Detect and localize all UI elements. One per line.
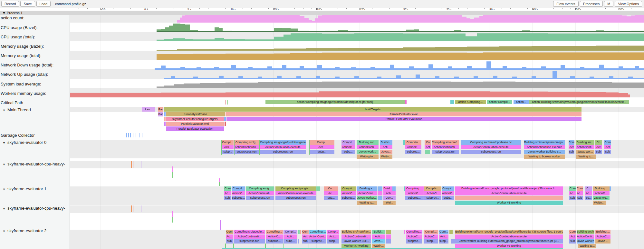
skyframe-evaluator-1-event[interactable] xyxy=(378,196,382,200)
skyframe-evaluator-2-event[interactable]: ActionC... xyxy=(406,234,422,239)
main-thread-event[interactable]: ParallelEvaluator.eval xyxy=(226,112,582,116)
skyframe-evaluator-1-event[interactable]: ActionC... xyxy=(424,191,441,196)
skyframe-evaluator-1-event[interactable]: Compil... xyxy=(442,186,454,191)
critical-path-event[interactable]: action 'Compiling... xyxy=(455,100,486,104)
gc-event-tick[interactable] xyxy=(128,133,129,137)
skyframe-evaluator-1-event[interactable]: Compil... xyxy=(232,186,245,191)
flow-events-button[interactable]: Flow events xyxy=(553,1,579,7)
skyframe-evaluator-0-event[interactable]: ActionContinuati... xyxy=(432,145,459,150)
micro-event-tick[interactable] xyxy=(172,217,173,223)
counter-chart-system-load-average[interactable] xyxy=(70,79,644,88)
skyframe-evaluator-0-event[interactable]: subprocess.run xyxy=(461,150,521,154)
skyframe-evaluator-2-event[interactable]: sub xyxy=(569,239,576,244)
skyframe-evaluator-2-event[interactable]: Compiling ... xyxy=(309,230,326,234)
skyframe-evaluator-0-event[interactable]: Waiting to... xyxy=(576,154,596,159)
skyframe-evaluator-1-event[interactable]: subprocess.run xyxy=(246,196,274,200)
save-button[interactable]: Save xyxy=(20,1,35,7)
gc-event-tick[interactable] xyxy=(126,133,127,137)
skyframe-evaluator-0-event[interactable]: Javac wor... xyxy=(576,150,594,154)
skyframe-evaluator-2-event[interactable]: ActionC... xyxy=(424,234,438,239)
micro-event-tick[interactable] xyxy=(141,161,141,168)
skyframe-evaluator-1-event[interactable] xyxy=(316,186,320,191)
skyframe-evaluator-2-event[interactable]: sub xyxy=(302,239,309,244)
skyframe-evaluator-1-event[interactable]: sub xyxy=(569,196,576,200)
micro-event-tick[interactable] xyxy=(133,161,133,168)
skyframe-evaluator-1-event[interactable]: ActionConti... xyxy=(357,191,377,196)
metrics-button[interactable]: M xyxy=(604,1,613,7)
skyframe-evaluator-2-event[interactable]: Buildi... xyxy=(372,230,385,234)
critical-path-event[interactable]: action 'Compili... xyxy=(487,100,512,104)
process-header[interactable]: ▼ Process 1 xyxy=(0,11,644,15)
skyframe-evaluator-0-event[interactable]: Comp... xyxy=(310,140,334,145)
skyframe-evaluator-1-event[interactable]: subprocess.run xyxy=(275,196,316,200)
skyframe-evaluator-0-event[interactable]: Building src... xyxy=(576,140,594,145)
micro-event-tick[interactable] xyxy=(144,205,144,212)
skyframe-evaluator-0-event[interactable]: Compil... xyxy=(341,140,355,145)
main-thread-event[interactable]: Par xyxy=(158,107,163,112)
skyframe-evaluator-0-event[interactable]: Compiling src/g... xyxy=(235,140,259,145)
skyframe-evaluator-2-event[interactable] xyxy=(386,230,391,234)
micro-event-tick[interactable] xyxy=(234,140,235,155)
skyframe-evaluator-1-event[interactable]: Wai... xyxy=(383,201,396,205)
skyframe-evaluator-1-event[interactable]: Compiling ... xyxy=(405,186,424,191)
main-thread-event[interactable]: ParallelEvaluator.eval xyxy=(166,122,224,126)
skyframe-evaluator-2-event[interactable]: ActionConti... xyxy=(309,234,326,239)
skyframe-evaluator-2-event[interactable] xyxy=(386,239,391,244)
skyframe-evaluator-2-event[interactable] xyxy=(404,230,405,234)
skyframe-evaluator-2-event[interactable]: subp... xyxy=(439,239,448,244)
skyframe-evaluator-2-event[interactable] xyxy=(298,239,299,244)
skyframe-evaluator-0-event[interactable]: Act xyxy=(425,145,431,150)
skyframe-evaluator-1-event[interactable] xyxy=(378,191,382,196)
skyframe-evaluator-0-event[interactable]: ActionContinuation.execute xyxy=(524,145,565,150)
skyframe-evaluator-2-event[interactable]: subp... xyxy=(284,239,297,244)
critical-path-event[interactable]: action... xyxy=(514,100,529,104)
skyframe-evaluator-2-event[interactable]: Acti... xyxy=(439,234,448,239)
main-thread-event[interactable]: Parallel Evaluator evaluation xyxy=(166,126,224,131)
skyframe-evaluator-0-event[interactable]: ActionC... xyxy=(341,145,355,150)
skyframe-evaluator-1-event[interactable]: Building external/com_google_protobuf/ja… xyxy=(455,186,563,191)
skyframe-evaluator-2-event[interactable]: Javac worker Building external/com_googl… xyxy=(455,239,563,244)
skyframe-evaluator-2-event[interactable]: Compi... xyxy=(284,230,297,234)
gc-event-tick[interactable] xyxy=(142,133,142,137)
skyframe-evaluator-1-event[interactable]: Com xyxy=(224,186,231,191)
skyframe-evaluator-1-event[interactable]: Ac... xyxy=(577,191,583,196)
skyframe-evaluator-0-event[interactable]: Compilin... xyxy=(405,140,421,145)
skyframe-evaluator-1-event[interactable]: Compilin... xyxy=(424,186,441,191)
micro-event-tick[interactable] xyxy=(221,140,222,155)
skyframe-evaluator-2-event[interactable]: Ac... xyxy=(226,234,233,239)
skyframe-evaluator-2-event[interactable]: Compiling src/google... xyxy=(234,230,265,234)
critical-path-tick[interactable] xyxy=(227,100,228,105)
counter-chart-cpu-usage-bazel[interactable] xyxy=(70,23,644,32)
skyframe-evaluator-2-event[interactable]: Building src/main/jav... xyxy=(341,230,371,234)
skyframe-evaluator-0-event[interactable]: ActionContinuation.execute xyxy=(260,145,306,150)
skyframe-evaluator-0-event[interactable]: Acti... xyxy=(380,145,392,150)
micro-event-tick[interactable] xyxy=(265,244,266,248)
skyframe-evaluator-1-event[interactable]: ActionC... xyxy=(341,191,356,196)
view-options-button[interactable]: View Options xyxy=(615,1,642,7)
skyframe-evaluator-2-event[interactable]: Compiling... xyxy=(266,230,283,234)
skyframe-evaluator-0-event[interactable]: Compiling src/main/cpp/blaze.cc xyxy=(461,140,521,145)
main-thread-event[interactable]: runAnalysisPhase xyxy=(166,112,225,116)
skyframe-evaluator-2-event[interactable]: Javac worker Buil... xyxy=(341,239,371,244)
micro-event-tick[interactable] xyxy=(219,182,220,186)
skyframe-evaluator-0-event[interactable]: Com xyxy=(569,140,574,145)
micro-event-tick[interactable] xyxy=(131,205,132,212)
skyframe-evaluator-1-event[interactable]: Building s... xyxy=(357,186,377,191)
skyframe-evaluator-2-event[interactable]: sub xyxy=(226,239,233,244)
skyframe-evaluator-0-event[interactable]: ActionConti... xyxy=(357,145,379,150)
processes-button[interactable]: Processes xyxy=(580,1,603,7)
skyframe-evaluator-0-event[interactable]: Buildin... xyxy=(380,140,392,145)
skyframe-evaluator-0-event[interactable]: ActionC... xyxy=(405,145,421,150)
skyframe-evaluator-2-event[interactable]: Act xyxy=(302,234,309,239)
skyframe-evaluator-1-event[interactable]: Worker #1 working xyxy=(455,201,563,205)
skyframe-evaluator-1-event[interactable] xyxy=(610,186,611,191)
skyframe-evaluator-1-event[interactable]: Waiting to... xyxy=(357,201,377,205)
skyframe-evaluator-1-event[interactable] xyxy=(392,186,396,191)
skyframe-evaluator-2-event[interactable]: subprocess.run xyxy=(234,239,265,244)
skyframe-evaluator-0-event[interactable]: Acti... xyxy=(310,145,334,150)
skyframe-evaluator-2-event[interactable]: Waiting to... xyxy=(578,244,596,248)
skyframe-evaluator-1-event[interactable]: Com xyxy=(577,186,583,191)
skyframe-evaluator-2-event[interactable]: Worker #7 working xyxy=(341,244,371,248)
skyframe-evaluator-1-event[interactable]: Ac... xyxy=(585,191,592,196)
skyframe-evaluator-1-event[interactable]: Building... xyxy=(593,186,610,191)
